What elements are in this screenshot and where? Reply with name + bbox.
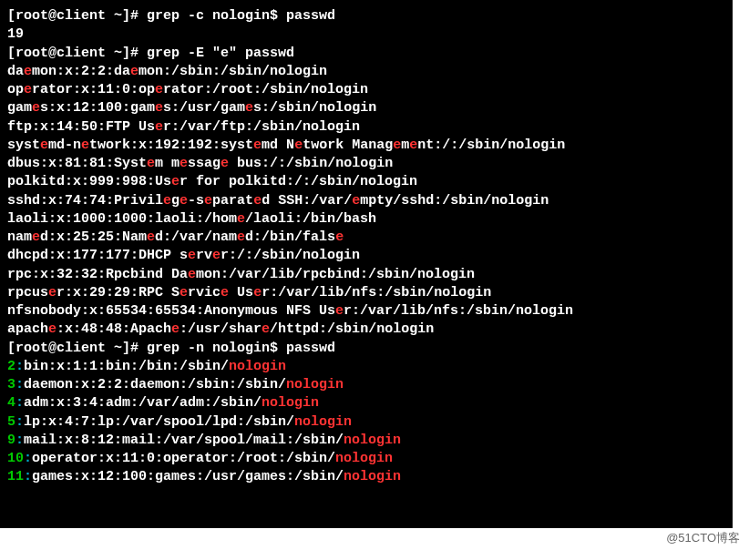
grep-numbered-line: 3:daemon:x:2:2:daemon:/sbin:/sbin/nologi… [7, 376, 725, 394]
output-text: r:x:29:29:RPC S [56, 285, 180, 300]
match-highlight: e [171, 321, 180, 337]
output-text: :x:48:48:Apach [56, 321, 171, 337]
match-highlight: e [24, 82, 32, 97]
match-highlight: nologin [344, 433, 401, 448]
output-text: rator:x:11:0:op [32, 82, 155, 97]
separator-colon: : [15, 377, 24, 392]
output-text: m m [155, 156, 180, 171]
output-text: twork:x:192:192:syst [89, 137, 253, 153]
match-highlight: e [262, 321, 270, 337]
line-number: 3 [7, 377, 15, 392]
match-highlight: e [24, 64, 32, 79]
line-number: 9 [7, 433, 15, 448]
output-text: nt:/:/sbin/nologin [417, 137, 565, 153]
output-text: -s [188, 193, 204, 209]
match-highlight: e [48, 285, 56, 300]
output-text: ftp:x:14:50:FTP Us [7, 119, 155, 135]
grep-output-line: laoli:x:1000:1000:laoli:/home/laoli:/bin… [7, 210, 725, 229]
match-highlight: e [180, 156, 188, 171]
match-highlight: e [40, 137, 48, 153]
output-text: operator:x:11:0:operator:/root:/sbin/ [32, 451, 335, 466]
separator-colon: : [24, 451, 32, 466]
grep-output-line: daemon:x:2:2:daemon:/sbin:/sbin/nologin [7, 63, 725, 81]
output-text: :/usr/shar [180, 321, 262, 337]
match-highlight: e [180, 193, 188, 209]
output-text: d:/bin/fals [245, 229, 335, 245]
line-number: 5 [7, 414, 15, 430]
prompt-line-3: [root@client ~]# grep -n nologin$ passwd [7, 340, 725, 358]
separator-colon: : [15, 395, 24, 411]
output-text: ssag [188, 156, 221, 171]
command-text: grep -E "e" passwd [147, 46, 294, 61]
output-text: r:/var/ftp:/sbin/nologin [163, 119, 360, 135]
match-highlight: e [155, 100, 163, 116]
match-highlight: nologin [294, 414, 352, 430]
prompt-line-2: [root@client ~]# grep -E "e" passwd [7, 45, 725, 63]
grep-output-line: dhcpd:x:177:177:DHCP server:/:/sbin/nolo… [7, 247, 725, 265]
separator-colon: : [15, 359, 24, 374]
grep-output-line: sshd:x:74:74:Privilege-separated SSH:/va… [7, 192, 725, 210]
output-text: r:/var/lib/nfs:/sbin/nologin [344, 303, 573, 319]
output-text: gam [7, 100, 32, 116]
grep-output-line: rpcuser:x:29:29:RPC Service User:/var/li… [7, 284, 725, 302]
match-highlight: e [237, 229, 245, 245]
output-text: mon:x:2:2:da [32, 64, 130, 79]
output-text: rv [196, 248, 212, 263]
match-highlight: e [253, 193, 262, 209]
output-text: rpcus [7, 285, 48, 300]
line-number: 10 [7, 451, 24, 466]
output-text: mail:x:8:12:mail:/var/spool/mail:/sbin/ [24, 433, 344, 448]
match-highlight: e [32, 229, 40, 245]
match-highlight: e [253, 137, 262, 153]
output-text: r:/:/sbin/nologin [221, 248, 360, 263]
output-text: d:/var/nam [155, 229, 237, 245]
match-highlight: e [171, 174, 180, 189]
match-highlight: e [188, 248, 196, 263]
output-text: Us [229, 285, 253, 300]
grep-output-line: polkitd:x:999:998:User for polkitd:/:/sb… [7, 173, 725, 191]
output-text: d:x:25:25:Nam [40, 229, 147, 245]
match-highlight: e [32, 100, 40, 116]
terminal-window[interactable]: [root@client ~]# grep -c nologin$ passwd… [0, 0, 733, 528]
match-highlight: e [352, 193, 360, 209]
output-text: rator:/root:/sbin/nologin [163, 82, 368, 97]
match-highlight: e [245, 100, 253, 116]
grep-numbered-line: 5:lp:x:4:7:lp:/var/spool/lpd:/sbin/nolog… [7, 413, 725, 432]
shell-prompt: [root@client ~]# [7, 341, 147, 356]
output-text: g [171, 193, 180, 209]
output-text: da [7, 64, 24, 79]
output-text: polkitd:x:999:998:Us [7, 174, 171, 189]
match-highlight: e [237, 211, 245, 227]
grep-output-line: apache:x:48:48:Apache:/usr/share/httpd:/… [7, 321, 725, 339]
match-highlight: nologin [344, 469, 401, 484]
output-text: nam [7, 229, 32, 245]
match-highlight: e [221, 156, 229, 171]
output-text: syst [7, 137, 40, 153]
match-highlight: e [147, 229, 155, 245]
match-highlight: nologin [229, 359, 286, 374]
grep-output-line: games:x:12:100:games:/usr/games:/sbin/no… [7, 99, 725, 117]
output-text: lp:x:4:7:lp:/var/spool/lpd:/sbin/ [24, 414, 294, 430]
grep-output-line: systemd-network:x:192:192:systemd Networ… [7, 137, 725, 155]
output-text: r:/var/lib/nfs:/sbin/nologin [262, 285, 491, 300]
output-text: rpc:x:32:32:Rpcbind Da [7, 267, 188, 282]
output-text: adm:x:3:4:adm:/var/adm:/sbin/ [24, 395, 262, 411]
command-text: grep -c nologin$ passwd [147, 8, 335, 24]
grep-numbered-line: 2:bin:x:1:1:bin:/bin:/sbin/nologin [7, 358, 725, 376]
output-text: nfsnobody:x:65534:65534:Anonymous NFS Us [7, 303, 335, 319]
output-text: s:x:12:100:gam [40, 100, 155, 116]
grep-output-line: rpc:x:32:32:Rpcbind Daemon:/var/lib/rpcb… [7, 266, 725, 284]
grep-output-line: ftp:x:14:50:FTP User:/var/ftp:/sbin/nolo… [7, 118, 725, 137]
output-text: md N [262, 137, 294, 153]
output-text: s:/sbin/nologin [253, 100, 376, 116]
line-number: 2 [7, 359, 15, 374]
grep-output-line: nfsnobody:x:65534:65534:Anonymous NFS Us… [7, 302, 725, 321]
shell-prompt: [root@client ~]# [7, 8, 147, 24]
output-text: /laoli:/bin/bash [245, 211, 376, 227]
match-highlight: e [393, 137, 401, 153]
output-count: 19 [7, 25, 725, 44]
match-highlight: e [48, 321, 56, 337]
match-highlight: e [155, 119, 163, 135]
watermark-text: @51CTO博客 [0, 530, 749, 546]
output-text: daemon:x:2:2:daemon:/sbin:/sbin/ [24, 377, 286, 392]
